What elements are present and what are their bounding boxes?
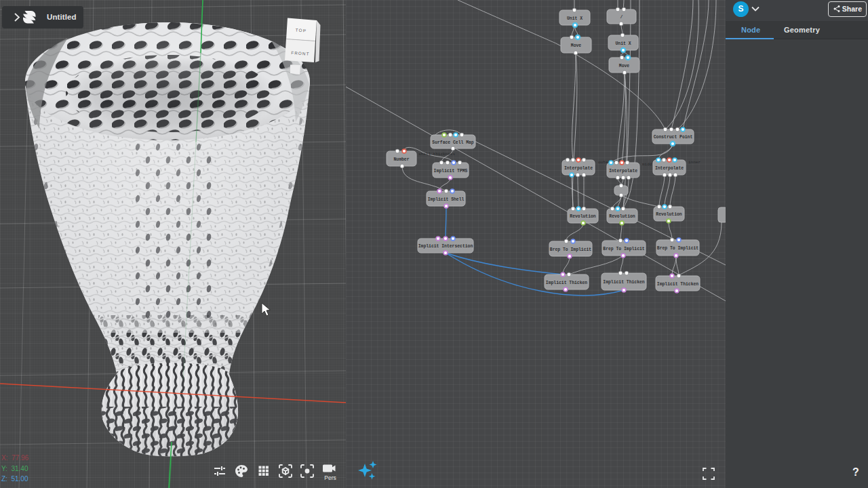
svg-text:Interpolate: Interpolate [609,169,637,174]
svg-text:Move: Move [571,43,582,48]
svg-text:Construct Point: Construct Point [654,135,693,140]
svg-text:Interpolate: Interpolate [564,166,593,171]
svg-text:Revolution: Revolution [570,214,596,219]
svg-text:Interpolate: Interpolate [655,166,684,171]
svg-text:Implicit Shell: Implicit Shell [428,197,465,202]
svg-text:Brep To Implicit: Brep To Implicit [657,246,699,251]
svg-text:Number: Number [393,157,409,162]
svg-text:Implicit TPMS: Implicit TPMS [434,169,468,174]
svg-text:inner: inner [688,160,701,165]
svg-text:TOP: TOP [295,27,307,33]
svg-text:Unit X: Unit X [615,41,631,46]
svg-text:Revolution: Revolution [656,212,682,217]
svg-text:Implicit Thicken: Implicit Thicken [546,281,588,285]
svg-text:Unit X: Unit X [567,16,583,21]
svg-text:shell thickness: shell thickness [418,152,455,157]
svg-text:Implicit Thicken: Implicit Thicken [657,282,699,287]
svg-text:Brep To Implicit: Brep To Implicit [603,247,645,251]
svg-text:Surface Cell Map: Surface Cell Map [432,140,474,145]
svg-text:Implicit Thicken: Implicit Thicken [603,280,645,285]
svg-text:Implicit Intersection: Implicit Intersection [418,244,473,249]
svg-text:/: / [620,15,623,20]
svg-text:Revolution: Revolution [609,214,635,219]
svg-text:Brep To Implicit: Brep To Implicit [550,247,592,252]
svg-text:Move: Move [619,64,630,68]
